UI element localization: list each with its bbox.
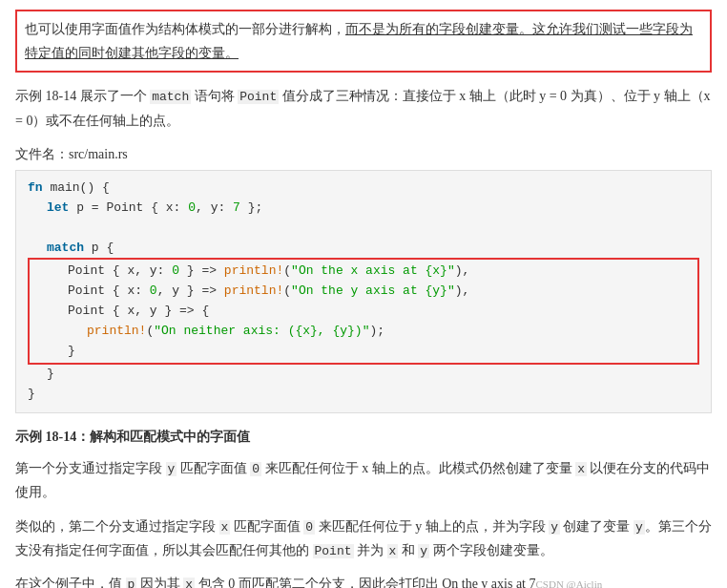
- code-block: fn main() { let p = Point { x: 0, y: 7 }…: [15, 170, 712, 413]
- code-line-6: Point { x: 0, y } => println!("On the y …: [30, 282, 697, 302]
- filename-label: 文件名：src/main.rs: [15, 142, 712, 166]
- paragraph3: 类似的，第二个分支通过指定字段 x 匹配字面值 0 来匹配任何位于 y 轴上的点…: [15, 514, 712, 563]
- code-line-2: let p = Point { x: 0, y: 7 };: [28, 199, 699, 219]
- code-line-10: }: [28, 365, 699, 385]
- code-line-1: fn main() {: [28, 178, 699, 199]
- paragraph1: 示例 18-14 展示了一个 match 语句将 Point 值分成了三种情况：…: [15, 84, 712, 133]
- code-line-3: [28, 219, 699, 239]
- paragraph2: 第一个分支通过指定字段 y 匹配字面值 0 来匹配任何位于 x 轴上的点。此模式…: [15, 456, 712, 505]
- code-line-5: Point { x, y: 0 } => println!("On the x …: [30, 262, 697, 282]
- watermark: CSDN @Aiclin: [536, 578, 603, 588]
- code-line-11: }: [28, 385, 699, 405]
- highlight-text: 也可以使用字面值作为结构体模式的一部分进行解构，而不是为所有的字段创建变量。这允…: [25, 22, 693, 60]
- underline-text: 而不是为所有的字段创建变量。这允许我们测试一些字段为特定值的同时创建其他字段的变…: [25, 22, 693, 60]
- code-line-4: match p {: [28, 239, 699, 259]
- section-title: 示例 18-14：解构和匹配模式中的字面值: [15, 425, 712, 449]
- paragraph4: 在这个例子中，值 p 因为其 x 包含 0 而匹配第二个分支，因此会打印出 On…: [15, 572, 712, 588]
- code-line-7: Point { x, y } => {: [30, 302, 697, 322]
- top-highlight-box: 也可以使用字面值作为结构体模式的一部分进行解构，而不是为所有的字段创建变量。这允…: [15, 10, 712, 73]
- code-line-9: }: [30, 342, 697, 362]
- highlighted-match-arms: Point { x, y: 0 } => println!("On the x …: [28, 258, 699, 365]
- code-line-8: println!("On neither axis: ({x}, {y})");: [30, 322, 697, 342]
